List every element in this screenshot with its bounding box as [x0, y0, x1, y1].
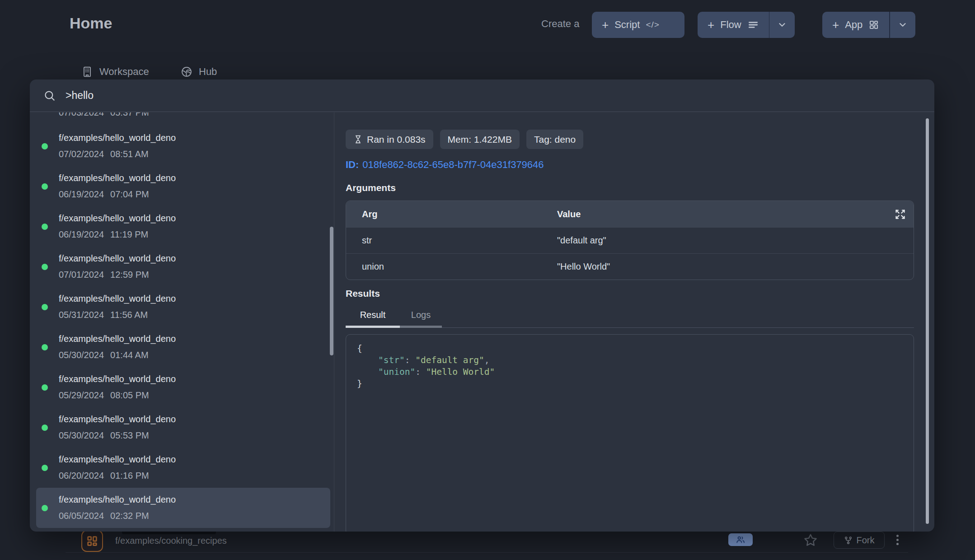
search-row: [30, 79, 934, 112]
expand-icon: [894, 208, 906, 220]
json-line: "union": "Hello World": [357, 366, 903, 378]
inactive-tab-indicator: [400, 326, 442, 328]
run-list-item[interactable]: f/examples/hello_world_deno 06/19/202407…: [30, 166, 334, 206]
create-script-main[interactable]: + Script </>: [592, 12, 670, 38]
run-badges: Ran in 0.083s Mem: 1.422MB Tag: deno: [346, 130, 914, 149]
flow-dropdown-chevron[interactable]: [769, 12, 795, 38]
hourglass-icon: [353, 135, 363, 144]
app-dropdown-chevron[interactable]: [890, 12, 915, 38]
cell-value: "Hello World": [557, 261, 886, 272]
app-grid-icon: [868, 19, 879, 30]
global-search-modal: 07/03/202405:37 PM f/examples/hello_worl…: [30, 79, 934, 532]
column-header-value: Value: [557, 209, 886, 219]
run-list: 07/03/202405:37 PM f/examples/hello_worl…: [30, 112, 334, 532]
run-list-item[interactable]: f/examples/hello_world_deno 06/20/202401…: [30, 448, 334, 488]
row-divider: [66, 552, 908, 553]
create-app-button[interactable]: + App: [822, 12, 915, 38]
memory-badge: Mem: 1.422MB: [440, 130, 520, 149]
expand-table-button[interactable]: [886, 208, 914, 220]
run-time: 05:37 PM: [110, 112, 149, 117]
favorite-star-icon[interactable]: [803, 533, 818, 547]
duration-badge-label: Ran in 0.083s: [367, 134, 426, 145]
run-date: 06/19/2024: [59, 189, 104, 199]
status-dot-success: [42, 344, 48, 350]
tab-workspace[interactable]: Workspace: [81, 66, 149, 78]
status-dot-success: [42, 143, 48, 149]
run-path: f/examples/hello_world_deno: [59, 495, 330, 505]
create-a-label: Create a: [541, 18, 579, 30]
run-list-item[interactable]: f/examples/hello_world_deno 06/19/202411…: [30, 206, 334, 247]
run-id-value: 018fe862-8c62-65e8-b7f7-04e31f379646: [362, 159, 544, 170]
run-id-label: ID:: [346, 159, 359, 170]
tab-logs[interactable]: Logs: [400, 310, 442, 320]
run-list-item-selected[interactable]: f/examples/hello_world_deno 06/05/202402…: [36, 488, 330, 528]
table-row: union "Hello World": [346, 253, 914, 280]
code-icon: </>: [646, 20, 659, 30]
plus-icon: +: [602, 18, 609, 32]
app-item-icon: [81, 530, 103, 552]
status-dot-success: [42, 384, 48, 391]
run-time: 11:56 AM: [110, 310, 148, 320]
modal-scrollbar-thumb[interactable]: [926, 118, 929, 524]
run-date: 05/30/2024: [59, 350, 104, 360]
tab-result[interactable]: Result: [346, 310, 400, 320]
run-date: 06/20/2024: [59, 471, 104, 481]
tab-underline-track: [346, 326, 914, 328]
create-script-button[interactable]: + Script </>: [592, 12, 684, 38]
fork-button[interactable]: Fork: [834, 532, 885, 549]
run-date: 06/05/2024: [59, 511, 104, 521]
plus-icon: +: [708, 18, 714, 32]
tab-hub-label: Hub: [199, 66, 217, 78]
run-list-item-partial[interactable]: 07/03/202405:37 PM: [30, 112, 334, 126]
status-dot-success: [42, 183, 48, 190]
table-row: str "default arg": [346, 227, 914, 253]
status-dot-success: [42, 304, 48, 310]
active-tab-indicator: [346, 326, 400, 328]
result-json-viewer: { "str": "default arg", "union": "Hello …: [346, 334, 914, 532]
kebab-menu-icon[interactable]: [896, 535, 899, 545]
run-list-item[interactable]: f/examples/hello_world_deno 05/31/202411…: [30, 287, 334, 327]
status-dot-success: [42, 224, 48, 230]
run-date: 07/03/2024: [59, 112, 104, 117]
run-time: 08:51 AM: [110, 149, 149, 159]
run-list-item[interactable]: f/examples/hello_world_deno 07/02/202408…: [30, 126, 334, 166]
run-time: 01:44 AM: [110, 350, 149, 360]
cell-arg: str: [346, 235, 557, 246]
status-dot-success: [42, 505, 48, 511]
search-icon: [43, 89, 56, 102]
tag-badge: Tag: deno: [526, 130, 583, 149]
run-time: 08:05 PM: [110, 390, 149, 400]
arguments-table-header: Arg Value: [346, 201, 914, 227]
globe-icon: [181, 66, 192, 78]
run-time: 05:53 PM: [110, 430, 149, 440]
json-line: "str": "default arg",: [357, 355, 903, 366]
json-line: }: [357, 378, 903, 390]
flow-icon: [747, 19, 759, 31]
run-list-item[interactable]: f/examples/hello_world_deno 05/30/202405…: [30, 407, 334, 448]
arguments-table: Arg Value str "default arg": [346, 201, 914, 280]
json-line: {: [357, 343, 903, 355]
results-tabbar: Result Logs: [346, 308, 914, 328]
run-path: f/examples/hello_world_deno: [59, 334, 334, 344]
run-list-item[interactable]: f/examples/hello_world_deno 07/01/202412…: [30, 247, 334, 287]
run-path: f/examples/hello_world_deno: [59, 414, 334, 425]
app-button-label: App: [845, 19, 862, 31]
run-details-panel: Ran in 0.083s Mem: 1.422MB Tag: deno ID:…: [334, 112, 934, 532]
tag-badge-label: Tag: deno: [534, 134, 576, 145]
list-scrollbar-thumb[interactable]: [330, 227, 333, 355]
cell-value: "default arg": [557, 235, 886, 246]
run-date: 06/19/2024: [59, 229, 104, 239]
run-id-link[interactable]: ID:018fe862-8c62-65e8-b7f7-04e31f379646: [346, 159, 914, 171]
run-list-item[interactable]: f/examples/hello_world_deno 05/30/202401…: [30, 327, 334, 367]
tab-workspace-label: Workspace: [99, 66, 149, 78]
create-flow-button[interactable]: + Flow: [698, 12, 795, 38]
run-list-item[interactable]: f/examples/hello_world_deno 05/29/202408…: [30, 367, 334, 407]
plus-icon: +: [832, 18, 839, 32]
search-input[interactable]: [66, 89, 934, 102]
create-flow-main[interactable]: + Flow: [698, 12, 769, 38]
tab-hub[interactable]: Hub: [181, 66, 217, 78]
column-header-arg: Arg: [346, 209, 557, 219]
create-app-main[interactable]: + App: [822, 12, 889, 38]
run-path: f/examples/hello_world_deno: [59, 253, 334, 264]
flow-button-label: Flow: [720, 19, 741, 31]
